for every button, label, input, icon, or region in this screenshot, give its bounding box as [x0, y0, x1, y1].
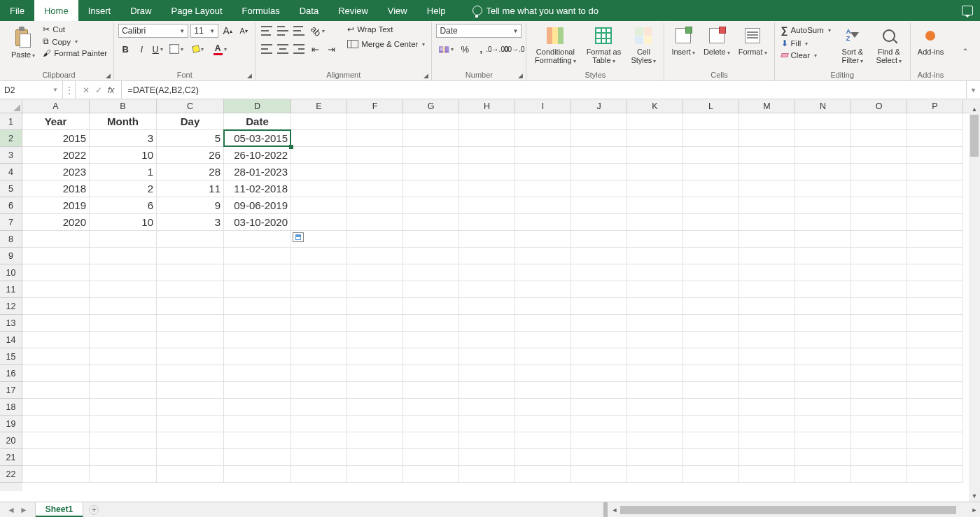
sheet-tab-sheet1[interactable]: Sheet1	[36, 502, 83, 517]
cell-A11[interactable]	[22, 281, 90, 298]
cell-J9[interactable]	[571, 248, 627, 264]
row-header-13[interactable]: 13	[0, 315, 22, 332]
cell-A17[interactable]	[22, 382, 90, 399]
cell-L10[interactable]	[683, 264, 739, 281]
cell-H5[interactable]	[459, 180, 515, 197]
cell-A16[interactable]	[22, 365, 90, 382]
paste-button[interactable]: Paste	[8, 24, 38, 61]
name-box[interactable]: D2 ▼	[0, 81, 63, 99]
cell-C15[interactable]	[157, 348, 224, 365]
cell-J13[interactable]	[571, 315, 627, 332]
cell-F8[interactable]	[347, 231, 403, 248]
cell-P17[interactable]	[907, 382, 963, 399]
cell-C7[interactable]: 3	[157, 214, 224, 231]
cell-M22[interactable]	[739, 466, 795, 483]
cell-C19[interactable]	[157, 416, 224, 432]
enter-formula-button[interactable]: ✓	[95, 85, 102, 95]
cell-I16[interactable]	[515, 365, 571, 382]
fill-handle[interactable]	[289, 145, 293, 149]
cell-C12[interactable]	[157, 298, 224, 315]
cell-F18[interactable]	[347, 399, 403, 416]
cell-K2[interactable]	[627, 130, 683, 147]
tab-formulas[interactable]: Formulas	[232, 0, 290, 21]
cell-A18[interactable]	[22, 399, 90, 416]
italic-button[interactable]: I	[134, 42, 148, 56]
cell-D8[interactable]	[224, 231, 291, 248]
cell-H4[interactable]	[459, 164, 515, 180]
cell-G16[interactable]	[403, 365, 459, 382]
cell-A9[interactable]	[22, 248, 90, 264]
cell-F9[interactable]	[347, 248, 403, 264]
cell-M10[interactable]	[739, 264, 795, 281]
vscroll-thumb[interactable]	[970, 115, 979, 157]
cell-M15[interactable]	[739, 348, 795, 365]
row-header-1[interactable]: 1	[0, 113, 22, 130]
cell-M14[interactable]	[739, 332, 795, 348]
cell-H19[interactable]	[459, 416, 515, 432]
cell-G9[interactable]	[403, 248, 459, 264]
name-box-handle[interactable]: ⋮	[63, 81, 76, 99]
increase-indent-button[interactable]: ⇥	[324, 42, 338, 56]
cell-D21[interactable]	[224, 449, 291, 466]
cell-I4[interactable]	[515, 164, 571, 180]
cell-L17[interactable]	[683, 382, 739, 399]
cell-M9[interactable]	[739, 248, 795, 264]
cell-K7[interactable]	[627, 214, 683, 231]
cell-G11[interactable]	[403, 281, 459, 298]
row-header-12[interactable]: 12	[0, 298, 22, 315]
cell-M17[interactable]	[739, 382, 795, 399]
cell-J10[interactable]	[571, 264, 627, 281]
column-header-I[interactable]: I	[515, 99, 571, 113]
cell-E22[interactable]	[291, 466, 347, 483]
cancel-formula-button[interactable]: ✕	[83, 85, 90, 95]
cell-D16[interactable]	[224, 365, 291, 382]
cell-I21[interactable]	[515, 449, 571, 466]
cell-A7[interactable]: 2020	[22, 214, 90, 231]
cell-A12[interactable]	[22, 298, 90, 315]
cell-L11[interactable]	[683, 281, 739, 298]
cell-C22[interactable]	[157, 466, 224, 483]
expand-formula-bar-button[interactable]: ▼	[966, 81, 980, 99]
cell-F16[interactable]	[347, 365, 403, 382]
increase-font-button[interactable]: A▴	[220, 24, 234, 38]
column-header-O[interactable]: O	[851, 99, 907, 113]
cell-J19[interactable]	[571, 416, 627, 432]
cell-N11[interactable]	[795, 281, 851, 298]
format-as-table-button[interactable]: Format as Table	[582, 24, 624, 66]
row-header-7[interactable]: 7	[0, 214, 22, 231]
cell-O5[interactable]	[851, 180, 907, 197]
cell-L2[interactable]	[683, 130, 739, 147]
cell-C14[interactable]	[157, 332, 224, 348]
cell-H1[interactable]	[459, 113, 515, 130]
cell-I17[interactable]	[515, 382, 571, 399]
cell-E11[interactable]	[291, 281, 347, 298]
cell-L3[interactable]	[683, 147, 739, 164]
cell-P21[interactable]	[907, 449, 963, 466]
cell-A13[interactable]	[22, 315, 90, 332]
row-header-10[interactable]: 10	[0, 264, 22, 281]
cell-I15[interactable]	[515, 348, 571, 365]
cell-P10[interactable]	[907, 264, 963, 281]
cell-K8[interactable]	[627, 231, 683, 248]
cell-G20[interactable]	[403, 432, 459, 449]
cell-A8[interactable]	[22, 231, 90, 248]
cell-I12[interactable]	[515, 298, 571, 315]
cell-E20[interactable]	[291, 432, 347, 449]
cell-A4[interactable]: 2023	[22, 164, 90, 180]
cell-C20[interactable]	[157, 432, 224, 449]
tab-insert[interactable]: Insert	[78, 0, 121, 21]
scroll-up-button[interactable]: ▲	[969, 104, 980, 115]
cell-E21[interactable]	[291, 449, 347, 466]
cell-O19[interactable]	[851, 416, 907, 432]
row-header-20[interactable]: 20	[0, 432, 22, 449]
cell-D4[interactable]: 28-01-2023	[224, 164, 291, 180]
cell-G21[interactable]	[403, 449, 459, 466]
cell-M11[interactable]	[739, 281, 795, 298]
cell-E3[interactable]	[291, 147, 347, 164]
cell-K15[interactable]	[627, 348, 683, 365]
cell-D11[interactable]	[224, 281, 291, 298]
cell-K19[interactable]	[627, 416, 683, 432]
row-header-21[interactable]: 21	[0, 449, 22, 466]
cell-G5[interactable]	[403, 180, 459, 197]
cell-G17[interactable]	[403, 382, 459, 399]
